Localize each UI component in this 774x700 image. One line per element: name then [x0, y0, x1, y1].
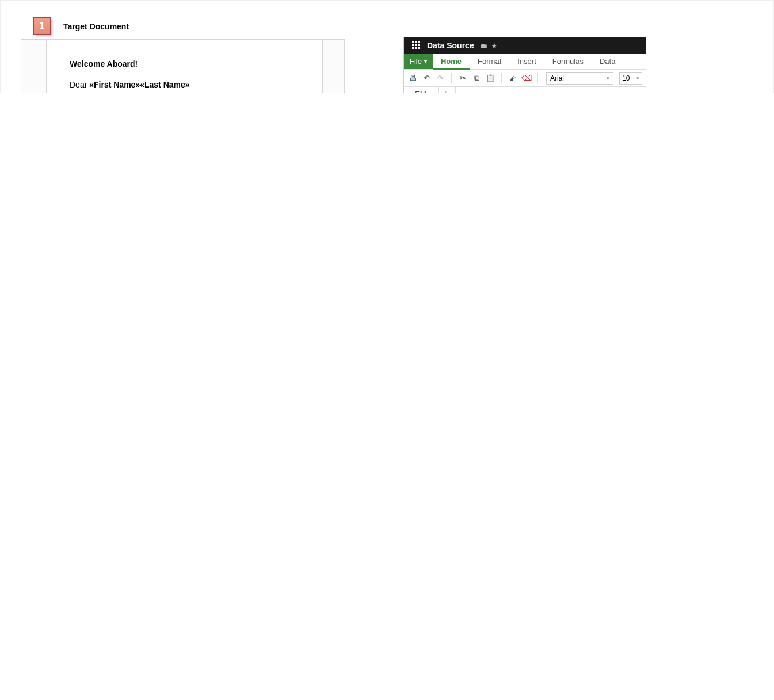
print-icon[interactable]: 🖶 [407, 73, 418, 83]
cut-icon[interactable]: ✂ [457, 73, 468, 83]
clear-format-icon[interactable]: ⌫ [521, 73, 532, 83]
menu-format[interactable]: Format [470, 54, 509, 69]
spreadsheet-menubar: File▾ Home Format Insert Formulas Data [404, 54, 646, 70]
menu-home[interactable]: Home [433, 54, 470, 69]
formula-bar: F14 fx [404, 87, 646, 93]
svg-rect-8 [418, 47, 420, 49]
formula-input[interactable] [456, 87, 646, 93]
step-badge-1: 1 [33, 17, 51, 35]
doc-heading: Welcome Aboard! [70, 58, 299, 71]
svg-rect-6 [412, 47, 414, 49]
cell-reference[interactable]: F14 [404, 87, 439, 93]
svg-rect-4 [415, 44, 417, 46]
menu-formulas[interactable]: Formulas [544, 54, 592, 69]
fx-icon[interactable]: fx [439, 87, 456, 93]
spreadsheet-window: Data Source 🖿 ★ File▾ Home Format Insert… [403, 37, 646, 93]
merge-field-firstname: «First Name» [89, 80, 140, 89]
svg-rect-1 [415, 41, 417, 43]
spreadsheet-toolbar: 🖶 ↶ ↷ ✂ ⧉ 📋 🖌 ⌫ Arial▾ 10▾ [404, 70, 646, 87]
font-selector[interactable]: Arial▾ [546, 72, 613, 85]
target-document-frame: Welcome Aboard! Dear «First Name»«Last N… [21, 39, 345, 93]
menu-data[interactable]: Data [592, 54, 623, 69]
target-document-label: Target Document [63, 22, 129, 31]
format-painter-icon[interactable]: 🖌 [508, 73, 518, 83]
target-document-page: Welcome Aboard! Dear «First Name»«Last N… [46, 40, 323, 93]
star-icon[interactable]: ★ [491, 41, 498, 50]
svg-rect-2 [418, 41, 420, 43]
redo-icon[interactable]: ↷ [435, 73, 445, 83]
merge-field-lastname: «Last Name» [140, 80, 189, 89]
step-number: 1 [40, 21, 45, 31]
svg-rect-3 [412, 44, 414, 46]
menu-insert[interactable]: Insert [509, 54, 544, 69]
apps-grid-icon[interactable] [409, 38, 424, 53]
folder-icon[interactable]: 🖿 [480, 41, 487, 50]
font-size-selector[interactable]: 10▾ [619, 72, 642, 85]
copy-icon[interactable]: ⧉ [471, 73, 482, 83]
doc-salutation: Dear «First Name»«Last Name» [70, 79, 299, 92]
spreadsheet-title: Data Source [427, 41, 474, 50]
svg-rect-0 [412, 41, 414, 43]
file-menu-button[interactable]: File▾ [404, 54, 433, 69]
undo-icon[interactable]: ↶ [421, 73, 432, 83]
paste-icon[interactable]: 📋 [485, 73, 495, 83]
svg-rect-7 [415, 47, 417, 49]
spreadsheet-titlebar: Data Source 🖿 ★ [404, 37, 646, 54]
svg-rect-5 [418, 44, 420, 46]
